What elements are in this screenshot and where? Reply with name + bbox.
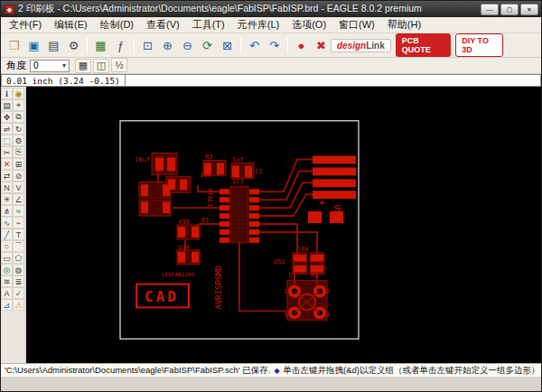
menu-help[interactable]: 帮助(H) xyxy=(381,17,427,33)
menu-draw[interactable]: 绘制(D) xyxy=(94,17,140,33)
smd-pad[interactable] xyxy=(220,197,229,202)
paste-tool[interactable]: ⎘ xyxy=(13,146,24,158)
board-canvas[interactable]: CAD10ufR310k1ufC1IC1XTAL1499R1U14LEDFAB1… xyxy=(26,87,541,363)
copper-trace[interactable] xyxy=(254,224,297,255)
save-icon[interactable]: ▣ xyxy=(24,36,43,54)
smd-pad[interactable] xyxy=(192,252,199,263)
smd-pad[interactable] xyxy=(155,157,164,171)
cancel-icon[interactable]: ✖ xyxy=(312,36,331,54)
smd-pad[interactable] xyxy=(178,227,185,238)
smd-pad[interactable] xyxy=(245,165,252,177)
smd-pad[interactable] xyxy=(249,197,259,202)
smd-pad[interactable] xyxy=(249,221,259,227)
hole-tool[interactable]: ◍ xyxy=(13,264,24,275)
menu-file[interactable]: 文件(F) xyxy=(3,17,48,33)
arc-tool[interactable]: ⌒ xyxy=(13,240,24,252)
copy-tool[interactable]: ⧉ xyxy=(13,111,24,123)
miter-tool[interactable]: ∠ xyxy=(13,193,24,205)
split-tool[interactable]: ⋔ xyxy=(1,205,13,217)
menu-view[interactable]: 查看(V) xyxy=(140,17,186,33)
close-button[interactable]: ✕ xyxy=(520,4,538,15)
via-tool[interactable]: ◎ xyxy=(1,264,13,275)
copper-trace[interactable] xyxy=(239,243,287,312)
cam-icon[interactable]: ⚙ xyxy=(64,36,83,54)
smd-pad[interactable] xyxy=(220,229,229,235)
smd-pad[interactable] xyxy=(141,184,148,196)
smd-pad[interactable] xyxy=(217,163,224,174)
value-tool[interactable]: V xyxy=(13,182,24,193)
smd-pad[interactable] xyxy=(249,213,259,219)
text-tool[interactable]: T xyxy=(13,229,24,240)
smd-pad[interactable] xyxy=(249,189,259,194)
zoom-out-icon[interactable]: ⊖ xyxy=(178,36,197,54)
route-tool[interactable]: ∿ xyxy=(1,217,13,229)
ripup-tool[interactable]: ⌁ xyxy=(13,217,24,229)
auto-tool[interactable]: A xyxy=(1,287,13,299)
menu-options[interactable]: 选项(O) xyxy=(285,17,332,33)
menu-tools[interactable]: 工具(T) xyxy=(186,17,231,33)
circle-tool[interactable]: ○ xyxy=(1,240,13,252)
smd-pad[interactable] xyxy=(163,201,170,213)
ratsnest-tool[interactable]: ≣ xyxy=(13,275,24,287)
smd-pad[interactable] xyxy=(168,179,175,190)
undo-icon[interactable]: ↶ xyxy=(245,36,264,54)
smd-pad[interactable] xyxy=(249,205,259,210)
smd-pad[interactable] xyxy=(220,221,229,227)
erc-tool[interactable]: ✓ xyxy=(13,287,24,299)
mirror-button[interactable]: ◫ xyxy=(93,59,109,73)
wire-tool[interactable]: ╱ xyxy=(1,229,13,240)
show-tool[interactable]: ◉ xyxy=(13,88,24,99)
menu-edit[interactable]: 编辑(E) xyxy=(48,17,94,33)
run-ulp-icon[interactable]: ƒ xyxy=(111,36,130,54)
smd-pad[interactable] xyxy=(167,157,175,171)
smd-pad[interactable] xyxy=(220,189,229,194)
smd-pad[interactable] xyxy=(232,165,239,177)
component-body[interactable] xyxy=(230,186,248,243)
menu-window[interactable]: 窗口(W) xyxy=(332,17,381,33)
smd-pad[interactable] xyxy=(294,255,306,262)
copper-trace[interactable] xyxy=(254,171,313,200)
smd-pad[interactable] xyxy=(308,211,322,223)
zoom-select-icon[interactable]: ⊠ xyxy=(218,36,237,54)
smd-pad[interactable] xyxy=(313,167,356,175)
info-tool[interactable]: ℹ xyxy=(1,88,13,99)
pcb-quote-button[interactable]: PCB QUOTE xyxy=(396,33,451,57)
mirror-tool[interactable]: ⇌ xyxy=(1,123,13,135)
group-tool[interactable]: ⬚ xyxy=(1,135,13,146)
optimize-tool[interactable]: ≈ xyxy=(13,205,24,217)
grid-button[interactable]: ▦ xyxy=(75,59,91,73)
diy-to-3d-button[interactable]: DIY TO 3D xyxy=(455,33,503,57)
print-icon[interactable]: ▤ xyxy=(44,36,63,54)
smd-pad[interactable] xyxy=(249,238,259,243)
redo-icon[interactable]: ↷ xyxy=(265,36,284,54)
board-schematic-icon[interactable]: ▦ xyxy=(91,36,110,54)
smash-tool[interactable]: ✳ xyxy=(1,193,13,205)
smd-pad[interactable] xyxy=(313,179,356,187)
copper-trace[interactable] xyxy=(254,182,313,208)
delete-tool[interactable]: ✕ xyxy=(1,158,13,170)
move-tool[interactable]: ✥ xyxy=(1,111,13,123)
smd-pad[interactable] xyxy=(220,205,229,210)
lock-tool[interactable]: ⊘ xyxy=(13,170,24,182)
menu-library[interactable]: 元件库(L) xyxy=(231,17,285,33)
copper-trace[interactable] xyxy=(254,159,313,191)
minimize-button[interactable]: — xyxy=(481,4,499,15)
designlink-button[interactable]: designLink xyxy=(331,39,391,52)
name-tool[interactable]: N xyxy=(1,182,13,193)
smd-pad[interactable] xyxy=(220,213,229,219)
smd-pad[interactable] xyxy=(178,252,185,263)
open-icon[interactable]: ❒ xyxy=(5,36,23,54)
signal-tool[interactable]: ≋ xyxy=(1,275,13,287)
maximize-button[interactable]: ▢ xyxy=(500,4,519,15)
half-grid-button[interactable]: ½ xyxy=(111,58,127,72)
angle-dropdown[interactable]: 0▾ xyxy=(30,60,70,72)
add-tool[interactable]: ⊞ xyxy=(13,158,24,170)
zoom-redraw-icon[interactable]: ⟳ xyxy=(198,36,217,54)
replace-tool[interactable]: ⇄ xyxy=(1,170,13,182)
change-tool[interactable]: ⚙ xyxy=(13,135,24,146)
smd-pad[interactable] xyxy=(313,156,356,164)
cut-tool[interactable]: ✂ xyxy=(1,146,13,158)
display-tool[interactable]: ▤ xyxy=(1,99,13,111)
zoom-fit-icon[interactable]: ⊡ xyxy=(138,36,157,54)
smd-pad[interactable] xyxy=(249,229,259,235)
